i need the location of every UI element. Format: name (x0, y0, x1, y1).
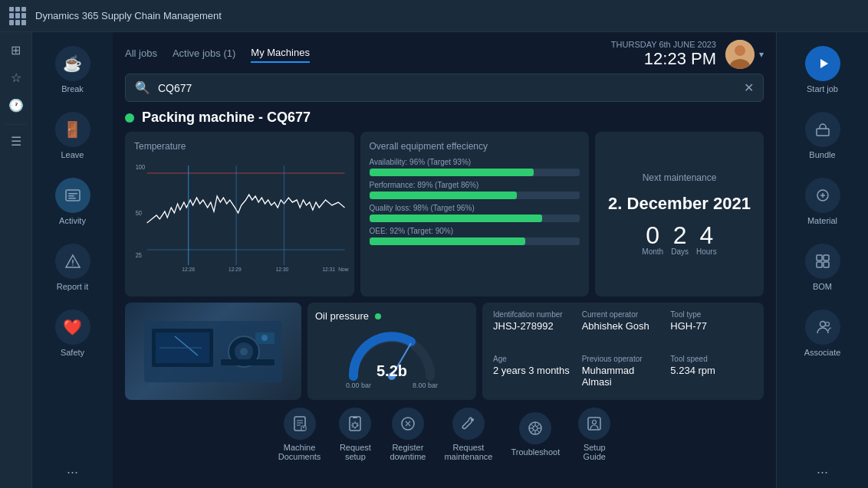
toolbar-register-downtime-label: Register downtime (390, 443, 426, 461)
sidebar-item-break[interactable]: ☕ Break (39, 40, 107, 100)
sidebar-more-button[interactable]: ··· (67, 464, 78, 480)
maintenance-month-label: Month (642, 247, 663, 256)
toolbar-troubleshoot-label: Troubleshoot (511, 447, 560, 457)
chevron-down-icon[interactable]: ▾ (759, 49, 764, 60)
sidebar-item-safety[interactable]: ❤️ Safety (39, 303, 107, 363)
info-age: Age 2 years 3 months (493, 355, 576, 393)
header-right: THURSDAY 6th JUNE 2023 12:23 PM ▾ (611, 40, 764, 69)
maintenance-hours-label: Hours (696, 247, 717, 256)
svg-rect-7 (817, 129, 829, 136)
toolbar-request-setup[interactable]: Request setup (339, 408, 371, 461)
leave-icon: 🚪 (55, 112, 90, 147)
tabs: All jobs Active jobs (1) My Machines (125, 47, 310, 63)
toolbar-machine-documents[interactable]: Machine Documents (278, 408, 321, 461)
maintenance-days-value: 2 (673, 223, 687, 247)
top-bar: Dynamics 365 Supply Chain Management (0, 0, 868, 32)
nav-menu-icon[interactable]: ☰ (5, 129, 28, 152)
cards-grid: Temperature 100 50 25 (113, 132, 776, 296)
svg-text:50: 50 (136, 209, 143, 217)
maintenance-month-value: 0 (646, 223, 659, 247)
info-age-label: Age (493, 355, 576, 363)
avatar[interactable] (725, 40, 755, 69)
register-downtime-icon (392, 408, 424, 440)
info-operator-label: Current operator (582, 310, 665, 319)
sidebar-item-leave[interactable]: 🚪 Leave (39, 106, 107, 165)
toolbar-setup-guide[interactable]: Setup Guide (578, 408, 610, 461)
maintenance-date: 2. December 2021 (608, 194, 751, 214)
info-tool-type: Tool type HGH-77 (670, 310, 753, 349)
safety-icon: ❤️ (55, 310, 90, 345)
material-button[interactable]: Material (784, 172, 861, 231)
toolbar-troubleshoot[interactable]: Troubleshoot (511, 412, 560, 457)
bundle-button[interactable]: Bundle (784, 106, 861, 165)
toolbar-request-maintenance[interactable]: Request maintenance (444, 408, 492, 461)
svg-rect-9 (817, 255, 822, 260)
activity-icon (55, 178, 90, 213)
oee-availability-bar-bg (370, 169, 580, 176)
svg-rect-37 (221, 359, 275, 365)
time-display: 12:23 PM (611, 49, 716, 69)
grid-icon[interactable] (9, 7, 28, 25)
maintenance-days-label: Days (671, 247, 689, 256)
oee-metrics: Availability: 96% (Target 93%) Performan… (370, 158, 580, 245)
search-icon: 🔍 (135, 80, 150, 95)
nav-home-icon[interactable]: ⊞ (5, 38, 28, 61)
search-input[interactable] (158, 82, 736, 94)
svg-text:12:30: 12:30 (276, 265, 289, 273)
tab-all-jobs[interactable]: All jobs (125, 47, 157, 62)
user-avatar-wrapper[interactable]: ▾ (725, 40, 764, 69)
right-panel-more-button[interactable]: ··· (817, 464, 828, 480)
maintenance-days: 2 Days (671, 223, 689, 256)
svg-rect-4 (72, 260, 74, 264)
svg-text:12:31: 12:31 (322, 265, 335, 273)
svg-rect-3 (68, 198, 76, 199)
sidebar-item-report-it[interactable]: Report it (39, 237, 107, 297)
svg-rect-12 (824, 262, 829, 267)
info-id-label: Identifcation number (493, 310, 576, 319)
request-maintenance-icon (452, 408, 485, 440)
oee-quality-bar-bg (370, 215, 580, 222)
svg-rect-11 (817, 262, 822, 267)
info-current-operator: Current operator Abhishek Gosh (582, 310, 665, 349)
right-panel: Start job Bundle Material (776, 32, 868, 488)
oee-title: Overall equipment effeciency (370, 141, 580, 152)
svg-text:Now: Now (338, 265, 349, 273)
maintenance-month: 0 Month (642, 223, 663, 256)
machine-info-card: Identifcation number JHSJ-278992 Current… (482, 303, 764, 400)
svg-text:12:28: 12:28 (182, 265, 195, 273)
oil-pressure-value: 5.2b (376, 362, 407, 380)
gauge-labels: 0.00 bar 8.00 bar (346, 382, 438, 389)
break-icon: ☕ (55, 46, 90, 81)
oil-pressure-card: Oil pressure 5.2b 0.00 bar 8.00 bar (307, 303, 476, 400)
svg-text:12:29: 12:29 (229, 265, 242, 273)
info-id-value: JHSJ-278992 (493, 320, 576, 332)
machine-name: Packing machine - CQ677 (142, 110, 311, 126)
oee-overall-bar-fill (370, 237, 525, 245)
svg-point-5 (72, 264, 74, 266)
oil-status-dot (375, 313, 381, 319)
gauge-max-label: 8.00 bar (413, 382, 438, 389)
start-job-button[interactable]: Start job (784, 40, 861, 100)
toolbar-register-downtime[interactable]: Register downtime (390, 408, 426, 461)
svg-rect-2 (68, 195, 74, 197)
svg-point-52 (471, 418, 474, 421)
oee-performance-bar-bg (370, 192, 580, 199)
associate-button[interactable]: Associate (784, 303, 861, 363)
tab-active-jobs[interactable]: Active jobs (1) (173, 47, 235, 62)
nav-recent-icon[interactable]: 🕐 (5, 93, 28, 116)
svg-point-64 (593, 421, 597, 424)
tab-my-machines[interactable]: My Machines (251, 47, 310, 63)
oee-performance-bar-fill (370, 192, 517, 199)
toolbar-machine-documents-label: Machine Documents (278, 443, 321, 461)
bom-button[interactable]: BOM (784, 237, 861, 297)
close-icon[interactable]: ✕ (744, 80, 754, 95)
oil-pressure-title: Oil pressure (315, 310, 369, 322)
gauge-min-label: 0.00 bar (346, 382, 371, 389)
svg-line-59 (531, 424, 534, 427)
svg-rect-1 (68, 193, 77, 195)
report-icon (55, 244, 90, 279)
maintenance-title: Next maintenance (643, 172, 717, 183)
nav-star-icon[interactable]: ☆ (5, 66, 28, 89)
troubleshoot-icon (519, 412, 551, 444)
sidebar-item-activity[interactable]: Activity (39, 172, 107, 231)
